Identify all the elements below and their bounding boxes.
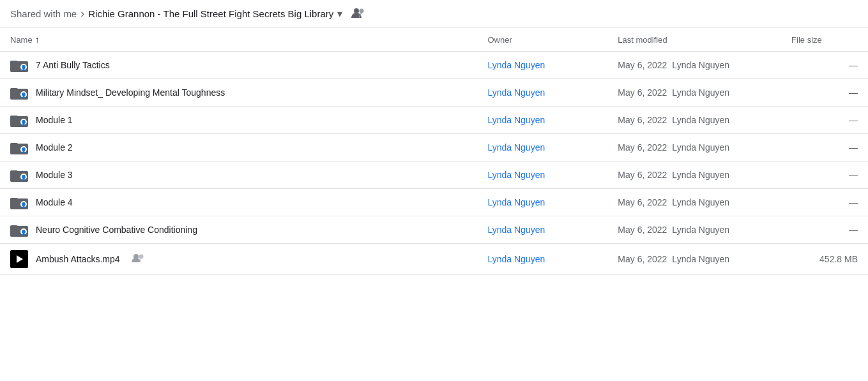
table-row[interactable]: 👤 Module 3Lynda NguyenMay 6, 2022Lynda N…: [0, 161, 868, 189]
file-modified: May 6, 2022Lynda Nguyen: [607, 52, 781, 79]
file-owner: Lynda Nguyen: [477, 52, 607, 79]
file-size: —: [781, 216, 868, 244]
file-modified: May 6, 2022Lynda Nguyen: [607, 79, 781, 107]
col-name-header: Name: [10, 35, 33, 45]
sort-asc-icon[interactable]: ↑: [35, 34, 40, 45]
svg-point-31: [139, 255, 143, 259]
file-size: —: [781, 134, 868, 161]
col-owner-header: Owner: [477, 28, 607, 52]
breadcrumb-separator: ›: [80, 7, 84, 20]
shared-with-me-link[interactable]: Shared with me: [10, 8, 77, 19]
file-name: Module 1: [36, 115, 73, 125]
table-row[interactable]: 👤 7 Anti Bully TacticsLynda NguyenMay 6,…: [0, 52, 868, 79]
file-name: Neuro Cognitive Combative Conditioning: [36, 225, 197, 235]
file-modified: May 6, 2022Lynda Nguyen: [607, 134, 781, 161]
file-size: —: [781, 79, 868, 107]
file-owner: Lynda Nguyen: [477, 107, 607, 134]
file-name: Module 3: [36, 170, 73, 180]
file-owner: Lynda Nguyen: [477, 134, 607, 161]
svg-text:👤: 👤: [20, 174, 27, 181]
file-modified: May 6, 2022Lynda Nguyen: [607, 216, 781, 244]
svg-text:👤: 👤: [20, 92, 27, 98]
file-modified: May 6, 2022Lynda Nguyen: [607, 161, 781, 189]
file-modified: May 6, 2022Lynda Nguyen: [607, 107, 781, 134]
video-file-icon: [10, 250, 28, 268]
table-row[interactable]: 👤 Module 4Lynda NguyenMay 6, 2022Lynda N…: [0, 189, 868, 216]
table-row[interactable]: 👤 Neuro Cognitive Combative Conditioning…: [0, 216, 868, 244]
svg-text:👤: 👤: [20, 119, 27, 126]
shared-folder-icon: 👤: [10, 223, 28, 237]
shared-people-badge: [132, 253, 146, 265]
file-modified: May 6, 2022Lynda Nguyen: [607, 189, 781, 216]
col-modified-header: Last modified: [607, 28, 781, 52]
svg-rect-3: [10, 61, 18, 64]
file-modified: May 6, 2022Lynda Nguyen: [607, 244, 781, 275]
shared-folder-icon: 👤: [10, 58, 28, 72]
svg-rect-23: [10, 198, 18, 201]
svg-point-1: [360, 9, 364, 13]
svg-text:👤: 👤: [20, 64, 27, 71]
shared-folder-icon: 👤: [10, 195, 28, 209]
table-row[interactable]: 👤 Military Mindset_ Developing Mental To…: [0, 79, 868, 107]
file-name: Ambush Attacks.mp4: [36, 254, 120, 264]
shared-folder-icon: 👤: [10, 86, 28, 100]
file-size: —: [781, 107, 868, 134]
file-name: Module 2: [36, 142, 73, 153]
shared-folder-icon: 👤: [10, 113, 28, 127]
file-size: —: [781, 161, 868, 189]
file-owner: Lynda Nguyen: [477, 244, 607, 275]
file-owner: Lynda Nguyen: [477, 189, 607, 216]
file-name: Module 4: [36, 197, 73, 207]
breadcrumb: Shared with me › Richie Grannon - The Fu…: [0, 0, 868, 28]
shared-folder-icon: 👤: [10, 168, 28, 182]
col-size-header: File size: [781, 28, 868, 52]
file-name: 7 Anti Bully Tactics: [36, 60, 110, 70]
file-table: Name ↑ Owner Last modified File size 👤 7…: [0, 28, 868, 275]
shared-folder-icon: 👤: [10, 140, 28, 154]
file-owner: Lynda Nguyen: [477, 79, 607, 107]
svg-rect-15: [10, 143, 18, 146]
file-size: —: [781, 52, 868, 79]
file-name: Military Mindset_ Developing Mental Toug…: [36, 87, 225, 98]
svg-text:👤: 👤: [20, 202, 27, 208]
table-row[interactable]: 👤 Module 2Lynda NguyenMay 6, 2022Lynda N…: [0, 134, 868, 161]
svg-point-0: [354, 8, 359, 13]
file-owner: Lynda Nguyen: [477, 216, 607, 244]
table-row[interactable]: 👤 Module 1Lynda NguyenMay 6, 2022Lynda N…: [0, 107, 868, 134]
svg-text:👤: 👤: [20, 147, 27, 153]
table-row[interactable]: Ambush Attacks.mp4 Lynda NguyenMay 6, 20…: [0, 244, 868, 275]
shared-people-icon[interactable]: [351, 6, 365, 21]
svg-rect-27: [10, 225, 18, 228]
file-size: 452.8 MB: [781, 244, 868, 275]
svg-rect-7: [10, 88, 18, 91]
file-size: —: [781, 189, 868, 216]
svg-rect-11: [10, 116, 18, 119]
svg-rect-19: [10, 170, 18, 174]
svg-text:👤: 👤: [20, 229, 27, 235]
file-owner: Lynda Nguyen: [477, 161, 607, 189]
folder-dropdown-icon[interactable]: ▾: [337, 8, 342, 20]
current-folder-name: Richie Grannon - The Full Street Fight S…: [88, 8, 342, 20]
